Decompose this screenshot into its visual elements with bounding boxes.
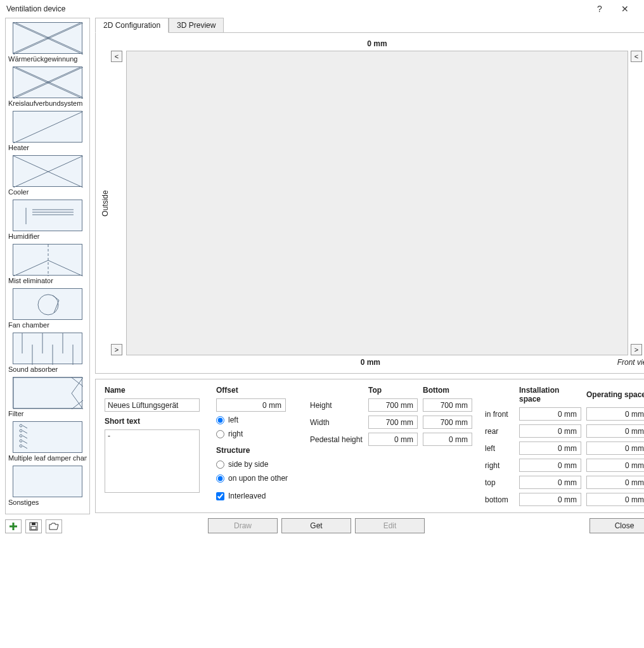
palette-item-label: Filter [8,410,87,417]
palette-item-1[interactable]: Kreislaufverbundsystem [8,67,87,107]
palette-item-9[interactable]: Multiple leaf damper chamber [8,421,87,462]
handle-bottom-right[interactable]: > [631,344,642,355]
palette-item-10[interactable]: Sonstiges [8,466,87,506]
front-view-label: Front view [617,358,644,367]
interleaved-checkbox[interactable]: Interleaved [216,490,299,502]
height-top-field[interactable] [368,398,418,412]
svg-line-17 [48,260,83,276]
pedestal-top-field[interactable] [368,433,418,446]
palette-item-6[interactable]: Fan chamber [8,288,87,329]
tab-2d-configuration[interactable]: 2D Configuration [95,18,169,33]
palette-symbol-icon [13,244,82,276]
close-button[interactable]: Close [589,518,644,533]
plus-icon [9,522,18,531]
palette-item-4[interactable]: Humidifier [8,200,87,240]
svg-point-37 [20,445,22,447]
operate-bottom-field[interactable] [586,493,644,506]
viewport-frame: 0 mm Outside < > < > Room side 0 mm Fron… [95,32,644,374]
palette-symbol-icon [13,288,82,320]
palette-symbol-icon [13,421,82,453]
install-rear-field[interactable] [519,424,581,438]
palette-item-label: Sonstiges [8,499,87,506]
installation-space-header: Installation space [519,386,583,403]
offset-right-radio[interactable]: right [216,428,299,440]
svg-point-33 [20,435,22,437]
svg-line-36 [23,441,27,443]
drawing-canvas[interactable] [126,51,628,355]
palette-symbol-icon [13,377,82,409]
palette-item-label: Multiple leaf damper chamber [8,454,87,462]
palette-item-label: Fan chamber [8,321,87,329]
short-text-header: Short text [105,417,205,426]
space-bottom-label: bottom [485,495,515,504]
operate-rear-field[interactable] [586,424,644,438]
help-button[interactable]: ? [587,4,612,14]
handle-top-left[interactable]: < [111,51,122,62]
width-label: Width [310,418,364,427]
offset-field[interactable] [216,398,286,412]
tab-3d-preview[interactable]: 3D Preview [169,18,224,33]
save-button[interactable] [25,519,42,533]
svg-line-32 [23,431,27,433]
palette-symbol-icon [13,67,82,98]
install-right-field[interactable] [519,459,581,472]
operate-right-field[interactable] [586,459,644,472]
palette-item-label: Sound absorber [8,365,87,373]
open-button[interactable] [46,519,62,533]
svg-rect-40 [32,523,35,525]
svg-rect-41 [31,526,36,530]
short-text-field[interactable]: - [105,429,200,493]
add-button[interactable] [5,519,22,533]
palette-item-label: Heater [8,144,87,151]
left-side-label: Outside [100,51,111,355]
structure-onupon-radio[interactable]: on upon the other [216,473,299,484]
install-top-field[interactable] [519,476,581,489]
install-front-field[interactable] [519,407,581,421]
width-bottom-field[interactable] [423,416,472,429]
window-title: Ventilation device [6,4,587,13]
palette-symbol-icon [13,333,82,364]
height-bottom-field[interactable] [423,398,472,412]
palette-item-0[interactable]: Wärmerückgewinnung [8,22,87,63]
operate-top-field[interactable] [586,476,644,489]
pedestal-bottom-field[interactable] [423,433,472,446]
palette-symbol-icon [13,466,82,497]
handle-top-right[interactable]: < [631,51,642,62]
offset-header: Offset [216,386,299,395]
palette-symbol-icon [13,22,82,54]
svg-line-19 [53,295,59,300]
draw-button[interactable]: Draw [208,518,278,533]
offset-left-radio[interactable]: left [216,414,299,426]
svg-point-31 [20,429,22,432]
palette-item-5[interactable]: Mist eliminator [8,244,87,284]
space-right-label: right [485,461,515,470]
top-column-header: Top [368,386,419,395]
palette-item-3[interactable]: Cooler [8,155,87,196]
width-top-field[interactable] [368,416,418,429]
space-top-label: top [485,478,515,487]
bottom-dimension-label: 0 mm [124,358,617,367]
palette-item-8[interactable]: Filter [8,377,87,417]
space-left-label: left [485,444,515,453]
svg-line-34 [23,436,27,438]
edit-button[interactable]: Edit [355,518,425,533]
palette-item-2[interactable]: Heater [8,111,87,151]
palette-symbol-icon [13,111,82,143]
svg-point-29 [20,424,22,427]
structure-side-radio[interactable]: side by side [216,459,299,470]
install-bottom-field[interactable] [519,493,581,506]
name-field[interactable] [105,398,200,412]
save-icon [29,522,38,531]
close-window-button[interactable]: ✕ [612,4,638,14]
palette-item-label: Kreislaufverbundsystem [8,99,87,107]
operate-left-field[interactable] [586,442,644,455]
operate-front-field[interactable] [586,407,644,421]
properties-panel: Name Short text - Offset left right Stru… [95,379,644,513]
height-label: Height [310,401,364,410]
space-front-label: in front [485,410,515,419]
svg-line-38 [23,446,27,448]
get-button[interactable]: Get [281,518,351,533]
install-left-field[interactable] [519,442,581,455]
handle-bottom-left[interactable]: > [111,344,122,355]
palette-item-7[interactable]: Sound absorber [8,333,87,373]
